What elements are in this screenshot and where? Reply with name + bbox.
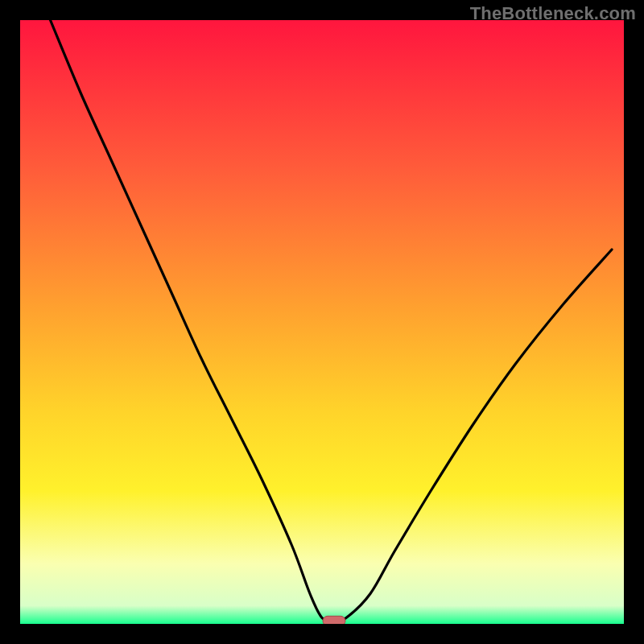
chart-frame: TheBottleneck.com	[0, 0, 644, 644]
plot-area	[20, 20, 624, 624]
optimal-marker	[323, 616, 345, 624]
chart-svg	[20, 20, 624, 624]
gradient-rect	[20, 20, 624, 624]
